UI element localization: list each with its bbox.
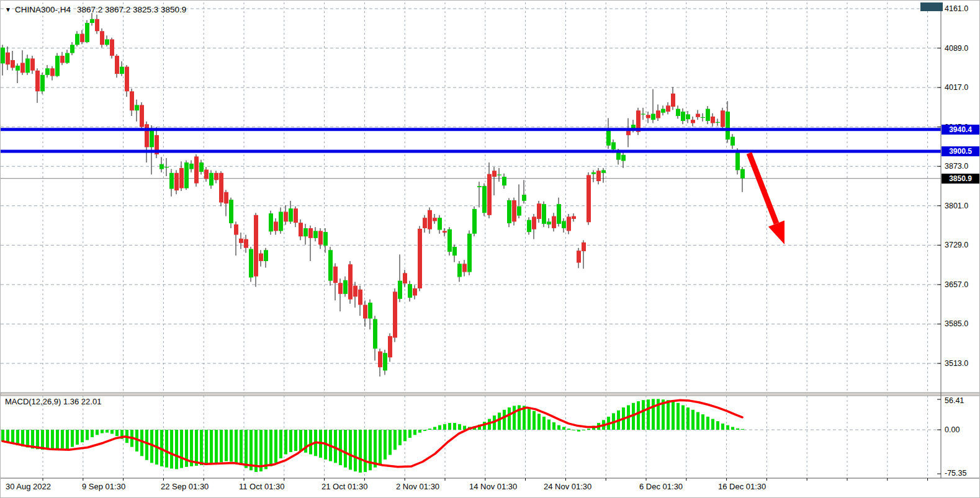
bull-candle [249,249,253,278]
support-price-badge[interactable]: 3900.5 [942,146,979,156]
price-axis-label: 3513.0 [945,359,968,368]
macd-bar [389,430,392,455]
macd-bar [498,412,501,430]
bear-candle [433,218,437,221]
bull-candle [398,281,402,299]
macd-bar [547,419,551,430]
macd-bar [542,417,546,430]
macd-bar [731,427,734,430]
bull-candle [279,211,283,231]
bear-candle [174,173,179,190]
macd-bar [721,424,724,430]
macd-bar [81,430,84,442]
bear-candle [244,239,248,248]
macd-bar [433,427,436,430]
bear-candle [567,216,571,231]
macd-bar [269,430,272,466]
bull-candle [457,264,462,277]
macd-bar [443,424,446,430]
macd-bar [230,430,233,462]
price-axis-label: 3585.0 [945,319,968,328]
bull-candle [447,229,452,252]
price-axis-label: 4089.0 [945,44,968,53]
time-axis-label: 24 Nov 01:30 [544,482,591,491]
time-axis-label: 2 Nov 01:30 [396,482,439,491]
macd-bar [374,430,377,468]
bear-candle [130,91,134,110]
bear-candle [274,221,278,231]
bear-candle [646,115,650,118]
macd-bar [101,430,104,434]
bull-candle [611,142,616,149]
macd-bar [572,430,575,430]
bear-candle [487,174,492,215]
macd-bar [681,405,685,430]
macd-bar [309,430,312,455]
macd-bar [726,425,729,430]
time-axis-label: 21 Oct 01:30 [321,482,367,491]
bull-candle [542,204,546,224]
macd-bar [145,430,148,460]
macd-bar [235,430,238,463]
macd-bar [91,430,94,437]
macd-bar [279,430,282,458]
macd-bar [706,417,709,430]
bear-candle [577,251,581,262]
bear-candle [194,156,199,183]
macd-bar [696,412,699,430]
bull-candle [383,353,387,370]
macd-bar [86,430,89,440]
bear-candle [284,211,288,221]
bear-candle [20,63,25,73]
bear-candle [80,34,84,42]
bull-candle [40,75,45,91]
symbol-dropdown-icon[interactable]: ▼ [5,6,11,13]
macd-bar [354,430,357,471]
macd-bar [274,430,277,463]
bull-candle [1,48,5,64]
macd-bar [736,429,739,430]
price-axis-label: 3657.0 [945,280,968,289]
bear-candle [140,105,144,127]
bull-candle [65,53,70,63]
resistance-price-badge[interactable]: 3940.4 [942,125,979,135]
bear-candle [259,254,263,261]
macd-bar [552,422,555,430]
macd-bar [513,406,516,430]
macd-bar [562,427,565,430]
bear-candle [179,168,184,189]
macd-bar [115,430,119,436]
bear-candle [666,105,670,112]
macd-bar [398,430,402,445]
macd-bar [140,430,143,456]
bear-candle [492,171,497,177]
macd-bar [677,403,680,430]
macd-bar [403,430,407,441]
bear-candle [393,291,397,337]
macd-bar [686,407,690,430]
bear-candle [696,113,700,117]
bull-candle [16,66,20,71]
bull-candle [75,34,79,45]
bear-candle [353,286,357,297]
macd-bar [413,430,416,435]
bear-candle [60,56,65,63]
bear-candle [308,228,313,238]
bull-candle [164,167,169,167]
macd-bar [245,430,248,468]
bull-candle [438,218,442,229]
macd-bar [51,430,54,449]
price-axis-label: 3873.0 [945,162,968,171]
bull-candle [497,174,501,175]
bull-candle [85,23,89,42]
macd-bar [637,401,640,430]
bull-candle [135,105,139,110]
bear-candle [403,273,407,283]
bull-candle [343,280,348,294]
macd-indicator-label: MACD(12,26,9) 1.36 22.01 [5,397,101,406]
macd-axis-label: 56.41 [945,396,964,405]
bull-candle [25,58,30,73]
chart-canvas[interactable] [1,1,980,498]
macd-bar [453,423,456,430]
macd-bar [61,430,64,448]
